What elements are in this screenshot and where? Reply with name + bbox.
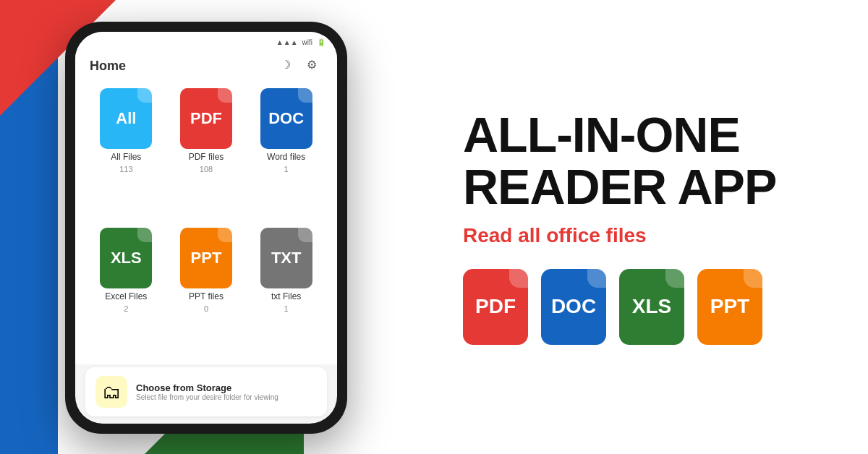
file-name-ppt: PPT files [189, 291, 224, 301]
subheadline: Read all office files [463, 224, 825, 247]
battery-icon: 🔋 [317, 38, 326, 46]
file-name-pdf: PDF files [189, 152, 224, 162]
file-name-txt: txt Files [271, 291, 301, 301]
file-name-all: All Files [111, 152, 141, 162]
file-item-txt[interactable]: TXT txt Files 1 [250, 228, 323, 357]
storage-section[interactable]: 🗂 Choose from Storage Select file from y… [85, 367, 327, 416]
storage-icon: 🗂 [95, 376, 127, 408]
headline: ALL-IN-ONE READER APP [463, 109, 825, 213]
headline-line1: ALL-IN-ONE [463, 109, 825, 160]
file-icon-ppt: PPT [180, 228, 232, 288]
file-icon-pdf: PDF [180, 88, 232, 149]
status-bar: ▲▲▲ wifi 🔋 [75, 32, 337, 52]
file-icon-xls: XLS [100, 228, 152, 288]
badge-xls: XLS [619, 269, 684, 345]
file-item-ppt[interactable]: PPT PPT files 0 [170, 228, 243, 357]
file-count-xls: 2 [124, 304, 128, 313]
file-item-xls[interactable]: XLS Excel Files 2 [90, 228, 163, 357]
phone-outer: ▲▲▲ wifi 🔋 Home ☽ ⚙ All All Files 113 [65, 22, 347, 434]
settings-icon[interactable]: ⚙ [307, 58, 323, 74]
file-count-txt: 1 [284, 304, 289, 313]
file-count-ppt: 0 [204, 304, 208, 313]
wifi-icon: wifi [302, 38, 312, 46]
file-icon-txt: TXT [260, 228, 312, 288]
app-header: Home ☽ ⚙ [75, 52, 337, 81]
badge-ppt: PPT [697, 269, 762, 345]
file-badges: PDF DOC XLS PPT [463, 269, 825, 345]
storage-text: Choose from Storage Select file from you… [136, 382, 278, 401]
file-name-xls: Excel Files [105, 291, 147, 301]
right-panel: ALL-IN-ONE READER APP Read all office fi… [420, 0, 868, 454]
storage-title: Choose from Storage [136, 382, 278, 393]
storage-subtitle: Select file from your desire folder for … [136, 393, 278, 401]
file-icon-all: All [100, 88, 152, 149]
folder-icon: 🗂 [102, 381, 121, 403]
badge-doc: DOC [541, 269, 606, 345]
file-item-doc[interactable]: DOC Word files 1 [250, 88, 323, 218]
phone-screen: ▲▲▲ wifi 🔋 Home ☽ ⚙ All All Files 113 [75, 32, 337, 424]
header-icons: ☽ ⚙ [281, 58, 323, 74]
file-grid: All All Files 113 PDF PDF files 108 DOC … [75, 81, 337, 364]
file-count-all: 113 [119, 165, 132, 174]
phone-mockup: ▲▲▲ wifi 🔋 Home ☽ ⚙ All All Files 113 [65, 22, 347, 434]
file-item-pdf[interactable]: PDF PDF files 108 [170, 88, 243, 218]
file-name-doc: Word files [267, 152, 305, 162]
file-count-pdf: 108 [200, 165, 213, 174]
headline-line2: READER APP [463, 161, 825, 213]
file-item-all[interactable]: All All Files 113 [90, 88, 163, 218]
badge-pdf: PDF [463, 269, 528, 345]
moon-icon[interactable]: ☽ [281, 58, 297, 74]
file-icon-doc: DOC [260, 88, 312, 149]
file-count-doc: 1 [284, 165, 289, 174]
app-title: Home [90, 59, 126, 74]
signal-icon: ▲▲▲ [276, 38, 298, 46]
